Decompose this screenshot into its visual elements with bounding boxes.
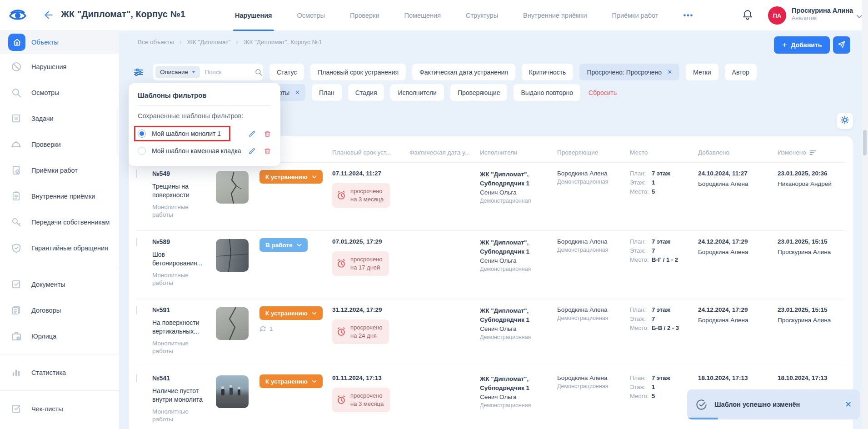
- sidebar-item-objects[interactable]: Объекты: [0, 31, 119, 54]
- close-icon[interactable]: ✕: [667, 69, 672, 75]
- planned-date: 07.01.2025, 17:29: [332, 238, 409, 245]
- executor-person: Сенич Ольга: [480, 325, 557, 332]
- search-category-select[interactable]: Описание: [155, 66, 200, 78]
- col-header-actual[interactable]: Фактическая дата у...: [409, 143, 480, 156]
- tab-inspections[interactable]: Осмотры: [297, 0, 325, 31]
- sidebar-item-owner-transfers[interactable]: Передачи собственникам: [0, 209, 119, 235]
- delete-trash-icon[interactable]: [264, 130, 271, 138]
- add-button[interactable]: + Добавить: [774, 36, 830, 54]
- filter-settings-icon[interactable]: [130, 64, 147, 80]
- sidebar-divider: [0, 266, 119, 266]
- more-tabs-icon[interactable]: •••: [683, 0, 693, 31]
- row-checkbox[interactable]: [136, 306, 137, 314]
- sidebar-item-checklists[interactable]: Чек-листы: [0, 396, 119, 422]
- col-header-place[interactable]: Место: [630, 143, 698, 156]
- col-header-reviewers[interactable]: Проверяющие: [557, 143, 630, 156]
- user-menu[interactable]: Проскурина Алина Аналитик: [792, 7, 853, 21]
- filter-chip-stage[interactable]: Стадия: [348, 84, 384, 101]
- sidebar-item-violations[interactable]: Нарушения: [0, 54, 119, 80]
- tasks-icon: [8, 110, 24, 126]
- col-header-executors[interactable]: Исполнители: [480, 143, 557, 156]
- filter-chip-overdue-active[interactable]: Просрочено: Просрочено ✕: [579, 64, 679, 80]
- filter-chip-executors[interactable]: Исполнители: [390, 84, 444, 101]
- share-icon: [838, 40, 846, 50]
- status-button[interactable]: В работе: [259, 238, 308, 252]
- close-icon[interactable]: ✕: [845, 400, 852, 409]
- reviewer-company: Демонстрационная: [557, 383, 630, 389]
- tab-internal-acceptances[interactable]: Внутренние приёмки: [523, 0, 587, 31]
- table-row[interactable]: №589 Шов бетонирования... Монолитные раб…: [136, 231, 846, 299]
- filter-chip-plan[interactable]: План: [312, 84, 342, 101]
- table-row[interactable]: №591 На поверхности вертикальных... Моно…: [136, 299, 846, 367]
- filter-chip-criticality[interactable]: Критичность: [522, 64, 574, 80]
- row-checkbox[interactable]: [136, 238, 137, 246]
- delete-trash-icon[interactable]: [264, 147, 271, 155]
- sidebar-item-tasks[interactable]: Задачи: [0, 105, 119, 131]
- sidebar-item-checks[interactable]: Проверки: [0, 131, 119, 157]
- filter-chip-reviewers[interactable]: Проверяющие: [450, 84, 508, 101]
- edit-pencil-icon[interactable]: [248, 130, 256, 138]
- status-button[interactable]: К устранению: [259, 306, 323, 320]
- sidebar-item-label: Внутренние приёмки: [31, 193, 95, 200]
- filter-chip-actual-date[interactable]: Фактическая дата устранения: [412, 64, 515, 80]
- filter-chip-status[interactable]: Статус: [269, 64, 304, 80]
- filter-chip-planned-date[interactable]: Плановый срок устранения: [310, 64, 406, 80]
- breadcrumb-complex[interactable]: ЖК "Дипломат": [187, 39, 230, 45]
- tab-work-acceptances[interactable]: Приёмки работ: [612, 0, 658, 31]
- close-icon[interactable]: ✕: [295, 89, 300, 96]
- actual-date-cell: [409, 306, 480, 367]
- template-row-masonry[interactable]: Мой шаблон каменная кладка: [138, 142, 271, 160]
- violation-photo[interactable]: [216, 171, 249, 204]
- user-avatar[interactable]: ПА: [768, 6, 786, 25]
- table-settings-button[interactable]: [837, 113, 853, 129]
- sidebar-item-documents[interactable]: Документы: [0, 271, 119, 297]
- filter-chip-reissued[interactable]: Выдано повторно: [514, 84, 580, 101]
- sidebar-item-warranty[interactable]: Гарантийные обращения: [0, 235, 119, 261]
- added-by: Бородкина Алена: [698, 180, 778, 187]
- sidebar-item-legal-entities[interactable]: Юрлица: [0, 323, 119, 349]
- checks-icon: [8, 136, 24, 152]
- reset-filters-button[interactable]: Сбросить: [587, 89, 619, 96]
- added-date: 24.12.2024, 17:29: [698, 238, 778, 245]
- tab-premises[interactable]: Помещения: [404, 0, 441, 31]
- changed-by: Проскурина Алина: [778, 317, 846, 324]
- notifications-bell-icon[interactable]: [742, 9, 753, 21]
- breadcrumb-all-objects[interactable]: Все объекты: [138, 39, 174, 45]
- violation-photo[interactable]: [216, 239, 249, 272]
- col-header-added[interactable]: Добавлено: [698, 143, 778, 156]
- row-checkbox[interactable]: [136, 374, 137, 383]
- actual-date-cell: [409, 374, 480, 429]
- sidebar-item-internal-acceptances[interactable]: Внутренние приёмки: [0, 183, 119, 209]
- violation-photo[interactable]: [216, 307, 249, 340]
- radio-selected[interactable]: [138, 130, 146, 138]
- violation-photo[interactable]: [216, 375, 249, 408]
- tab-checks[interactable]: Проверки: [350, 0, 379, 31]
- col-header-changed[interactable]: Изменено: [778, 143, 846, 156]
- status-button[interactable]: К устранению: [259, 170, 323, 184]
- row-checkbox[interactable]: [136, 170, 137, 178]
- sidebar-item-work-acceptances[interactable]: Приёмки работ: [0, 157, 119, 183]
- filter-chip-author[interactable]: Автор: [725, 64, 757, 80]
- app-logo-icon[interactable]: [9, 7, 26, 24]
- back-arrow-icon[interactable]: [43, 9, 55, 21]
- table-row[interactable]: №549 Трещины на поверхности Монолитные р…: [136, 163, 846, 231]
- sort-icon[interactable]: [810, 150, 816, 155]
- sidebar-divider: [0, 390, 119, 391]
- sidebar-item-contracts[interactable]: Договоры: [0, 297, 119, 323]
- toast-notification: Шаблон успешно изменён ✕: [687, 389, 860, 419]
- tab-structures[interactable]: Структуры: [466, 0, 498, 31]
- scrollbar-thumb[interactable]: [863, 130, 867, 155]
- sidebar-item-statistics[interactable]: Статистика: [0, 359, 119, 385]
- share-button[interactable]: [833, 36, 850, 54]
- sidebar-item-inspections[interactable]: Осмотры: [0, 80, 119, 105]
- filter-chip-tags[interactable]: Метки: [686, 64, 718, 80]
- work-type: Монолитные работы: [152, 203, 216, 219]
- radio-unselected[interactable]: [138, 147, 146, 155]
- search-icon[interactable]: [254, 68, 263, 76]
- tab-violations[interactable]: Нарушения: [235, 0, 272, 31]
- search-input[interactable]: [205, 69, 254, 75]
- col-header-planned[interactable]: Плановый срок уст...: [332, 143, 409, 156]
- status-button[interactable]: К устранению: [259, 374, 323, 388]
- template-row-monolith[interactable]: Мой шаблон монолит 1: [138, 125, 271, 142]
- edit-pencil-icon[interactable]: [248, 147, 256, 155]
